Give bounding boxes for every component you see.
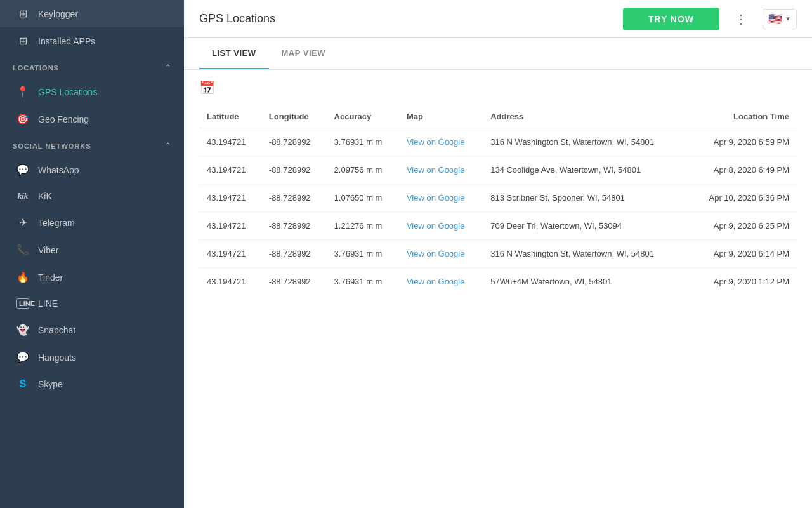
sidebar-item-hangouts[interactable]: 💬 Hangouts <box>0 344 184 371</box>
col-accuracy: Accuracy <box>327 105 399 128</box>
latitude-cell: 43.194721 <box>199 212 261 240</box>
whatsapp-icon: 💬 <box>16 164 29 176</box>
sidebar-item-whatsapp[interactable]: 💬 WhatsApp <box>0 156 184 184</box>
chevron-up-icon: ⌃ <box>165 64 171 72</box>
longitude-cell: -88.728992 <box>261 240 327 268</box>
address-cell: 57W6+4M Watertown, WI, 54801 <box>483 268 688 296</box>
longitude-cell: -88.728992 <box>261 268 327 296</box>
tab-map-view[interactable]: MAP VIEW <box>269 38 339 69</box>
sidebar-item-telegram[interactable]: ✈ Telegram <box>0 209 184 236</box>
sidebar-item-label: Keylogger <box>38 9 78 19</box>
sidebar-item-snapchat[interactable]: 👻 Snapchat <box>0 316 184 344</box>
kik-icon: kik <box>16 191 29 201</box>
table-row: 43.194721-88.7289923.76931 m mView on Go… <box>199 240 797 268</box>
accuracy-cell: 1.07650 m m <box>327 184 399 212</box>
address-cell: 316 N Washington St, Watertown, WI, 5480… <box>483 128 688 156</box>
tinder-icon: 🔥 <box>16 271 29 283</box>
latitude-cell: 43.194721 <box>199 156 261 184</box>
col-location-time: Location Time <box>688 105 797 128</box>
hangouts-icon: 💬 <box>16 351 29 363</box>
sidebar-item-tinder[interactable]: 🔥 Tinder <box>0 264 184 291</box>
sidebar-item-kik[interactable]: kik KiK <box>0 184 184 209</box>
longitude-cell: -88.728992 <box>261 184 327 212</box>
location-time-cell: Apr 9, 2020 1:12 PM <box>688 268 797 296</box>
longitude-cell: -88.728992 <box>261 212 327 240</box>
more-options-icon[interactable]: ⋮ <box>730 9 752 29</box>
content-area: 📅 Latitude Longitude Accuracy Map Addres… <box>184 70 812 508</box>
location-time-cell: Apr 8, 2020 6:49 PM <box>688 156 797 184</box>
map-link-cell[interactable]: View on Google <box>399 156 483 184</box>
skype-icon: S <box>16 378 29 390</box>
language-selector[interactable]: 🇺🇸 ▼ <box>763 9 797 29</box>
accuracy-cell: 1.21276 m m <box>327 212 399 240</box>
keylogger-icon: ⊞ <box>16 8 29 20</box>
address-cell: 134 Coolidge Ave, Watertown, WI, 54801 <box>483 156 688 184</box>
snapchat-icon: 👻 <box>16 324 29 336</box>
location-time-cell: Apr 10, 2020 6:36 PM <box>688 184 797 212</box>
sidebar-item-keylogger[interactable]: ⊞ Keylogger <box>0 0 184 27</box>
gps-icon: 📍 <box>16 86 29 98</box>
table-row: 43.194721-88.7289921.21276 m mView on Go… <box>199 212 797 240</box>
map-link-cell[interactable]: View on Google <box>399 240 483 268</box>
sidebar-item-line[interactable]: LINE LINE <box>0 291 184 316</box>
col-latitude: Latitude <box>199 105 261 128</box>
page-title: GPS Locations <box>199 12 613 25</box>
view-on-google-link[interactable]: View on Google <box>407 221 465 231</box>
try-now-button[interactable]: TRY NOW <box>623 8 719 30</box>
chevron-down-icon: ▼ <box>785 15 791 22</box>
flag-icon: 🇺🇸 <box>768 12 782 26</box>
accuracy-cell: 3.76931 m m <box>327 268 399 296</box>
tabs-bar: LIST VIEW MAP VIEW <box>184 38 812 70</box>
sidebar-item-skype[interactable]: S Skype <box>0 371 184 398</box>
line-icon: LINE <box>16 298 29 309</box>
tab-list-view[interactable]: LIST VIEW <box>199 38 269 69</box>
address-cell: 813 Scribner St, Spooner, WI, 54801 <box>483 184 688 212</box>
address-cell: 709 Deer Trl, Watertown, WI, 53094 <box>483 212 688 240</box>
map-link-cell[interactable]: View on Google <box>399 128 483 156</box>
location-time-cell: Apr 9, 2020 6:14 PM <box>688 240 797 268</box>
geo-fencing-icon: 🎯 <box>16 113 29 125</box>
view-on-google-link[interactable]: View on Google <box>407 277 465 286</box>
view-on-google-link[interactable]: View on Google <box>407 137 465 147</box>
gps-table: Latitude Longitude Accuracy Map Address … <box>199 105 797 295</box>
latitude-cell: 43.194721 <box>199 128 261 156</box>
latitude-cell: 43.194721 <box>199 184 261 212</box>
social-section-header: SOCIAL NETWORKS ⌃ <box>0 133 184 156</box>
col-address: Address <box>483 105 688 128</box>
latitude-cell: 43.194721 <box>199 268 261 296</box>
telegram-icon: ✈ <box>16 217 29 229</box>
sidebar-item-viber[interactable]: 📞 Viber <box>0 236 184 264</box>
view-on-google-link[interactable]: View on Google <box>407 193 465 203</box>
longitude-cell: -88.728992 <box>261 156 327 184</box>
map-link-cell[interactable]: View on Google <box>399 184 483 212</box>
sidebar-item-gps-locations[interactable]: 📍 GPS Locations <box>0 78 184 105</box>
view-on-google-link[interactable]: View on Google <box>407 249 465 258</box>
accuracy-cell: 3.76931 m m <box>327 128 399 156</box>
table-row: 43.194721-88.7289923.76931 m mView on Go… <box>199 128 797 156</box>
main-content: GPS Locations TRY NOW ⋮ 🇺🇸 ▼ LIST VIEW M… <box>184 0 812 508</box>
location-time-cell: Apr 9, 2020 6:59 PM <box>688 128 797 156</box>
location-time-cell: Apr 9, 2020 6:25 PM <box>688 212 797 240</box>
sidebar-item-installed-apps[interactable]: ⊞ Installed APPs <box>0 27 184 55</box>
accuracy-cell: 2.09756 m m <box>327 156 399 184</box>
view-on-google-link[interactable]: View on Google <box>407 165 465 175</box>
accuracy-cell: 3.76931 m m <box>327 240 399 268</box>
chevron-up-icon: ⌃ <box>165 142 171 150</box>
header: GPS Locations TRY NOW ⋮ 🇺🇸 ▼ <box>184 0 812 38</box>
calendar-icon[interactable]: 📅 <box>199 80 797 95</box>
sidebar-item-label: Installed APPs <box>38 36 95 46</box>
table-header-row: Latitude Longitude Accuracy Map Address … <box>199 105 797 128</box>
col-longitude: Longitude <box>261 105 327 128</box>
installed-apps-icon: ⊞ <box>16 35 29 47</box>
sidebar-item-geo-fencing[interactable]: 🎯 Geo Fencing <box>0 105 184 133</box>
viber-icon: 📞 <box>16 244 29 256</box>
table-row: 43.194721-88.7289921.07650 m mView on Go… <box>199 184 797 212</box>
col-map: Map <box>399 105 483 128</box>
map-link-cell[interactable]: View on Google <box>399 268 483 296</box>
latitude-cell: 43.194721 <box>199 240 261 268</box>
sidebar: ⊞ Keylogger ⊞ Installed APPs LOCATIONS ⌃… <box>0 0 184 508</box>
longitude-cell: -88.728992 <box>261 128 327 156</box>
map-link-cell[interactable]: View on Google <box>399 212 483 240</box>
table-row: 43.194721-88.7289923.76931 m mView on Go… <box>199 268 797 296</box>
table-row: 43.194721-88.7289922.09756 m mView on Go… <box>199 156 797 184</box>
